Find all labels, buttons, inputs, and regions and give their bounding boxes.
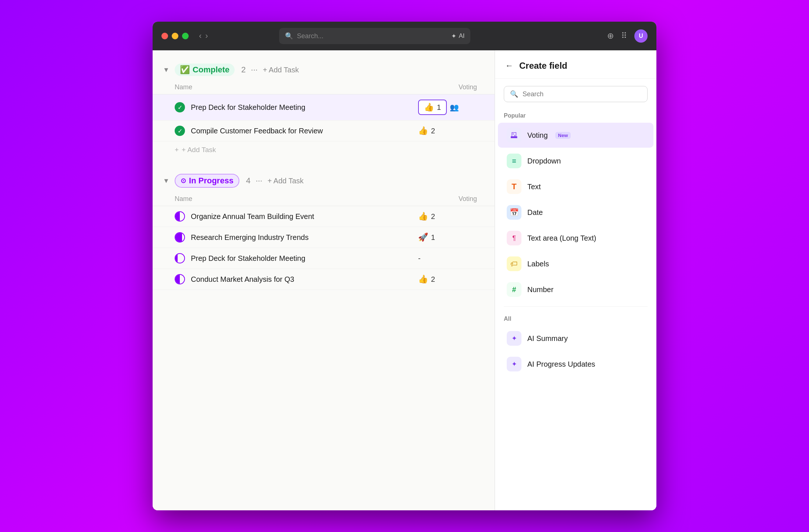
- ai-summary-icon: ✦: [507, 331, 521, 346]
- task-name: Prep Deck for Stakeholder Meeting: [191, 254, 418, 263]
- labels-label: Labels: [527, 260, 549, 268]
- popular-section-label: Popular: [495, 108, 656, 122]
- task-voting: 🚀 1: [418, 233, 484, 242]
- in-progress-task-icon: [175, 253, 185, 263]
- add-icon[interactable]: ⊕: [607, 31, 614, 41]
- table-row[interactable]: Research Emerging Industry Trends 🚀 1: [153, 227, 495, 248]
- create-field-panel: ← Create field 🔍 Popular 🗳 Voting New ≡ …: [495, 50, 656, 510]
- field-list: Popular 🗳 Voting New ≡ Dropdown T Text 📅: [495, 108, 656, 510]
- voting-number: 2: [431, 275, 435, 284]
- field-item-text[interactable]: T Text: [498, 174, 653, 199]
- field-item-number[interactable]: # Number: [498, 277, 653, 302]
- complete-check-icon: ✅: [180, 65, 190, 75]
- back-button[interactable]: ←: [505, 61, 513, 71]
- add-task-row[interactable]: + + Add Task: [153, 141, 495, 158]
- task-voting: 👍 2: [418, 126, 484, 136]
- titlebar-right: ⊕ ⠿ U: [607, 29, 648, 43]
- task-panel: ▼ ✅ Complete 2 ··· + Add Task Name Votin…: [153, 50, 495, 510]
- forward-arrow[interactable]: ›: [205, 31, 208, 41]
- complete-label: Complete: [193, 65, 229, 75]
- field-item-labels[interactable]: 🏷 Labels: [498, 251, 653, 276]
- in-progress-section: ▼ ⊙ In Progress 4 ··· + Add Task Name Vo…: [153, 169, 495, 290]
- voting-number: 2: [431, 212, 435, 221]
- search-input[interactable]: [523, 90, 641, 98]
- table-row[interactable]: Organize Annual Team Building Event 👍 2: [153, 206, 495, 227]
- complete-col-voting: Voting: [418, 83, 484, 91]
- minimize-button[interactable]: [172, 33, 178, 39]
- in-progress-add-task-button[interactable]: + Add Task: [267, 177, 303, 185]
- task-voting: 👍 2: [418, 274, 484, 284]
- complete-more-button[interactable]: ···: [251, 65, 257, 75]
- complete-add-task-button[interactable]: + Add Task: [263, 66, 299, 74]
- table-row[interactable]: Conduct Market Analysis for Q3 👍 2: [153, 269, 495, 290]
- address-bar[interactable]: 🔍 Search... ✦ AI: [279, 28, 470, 44]
- divider: [504, 306, 648, 307]
- voting-emoji: 👍: [424, 103, 434, 112]
- search-box[interactable]: 🔍: [504, 86, 648, 102]
- voting-number: 2: [431, 127, 435, 135]
- in-progress-task-icon: [175, 274, 185, 284]
- complete-section: ▼ ✅ Complete 2 ··· + Add Task Name Votin…: [153, 59, 495, 158]
- in-progress-status-badge: ⊙ In Progress: [175, 174, 239, 188]
- in-progress-label: In Progress: [189, 176, 234, 186]
- voting-emoji: 👍: [418, 126, 428, 136]
- voting-number: 1: [437, 103, 441, 112]
- grid-icon[interactable]: ⠿: [621, 31, 627, 41]
- close-button[interactable]: [161, 33, 168, 39]
- dropdown-label: Dropdown: [527, 157, 561, 165]
- field-item-voting[interactable]: 🗳 Voting New: [498, 123, 653, 148]
- labels-icon: 🏷: [507, 256, 521, 271]
- in-progress-more-button[interactable]: ···: [256, 176, 262, 186]
- panel-title: Create field: [519, 61, 567, 71]
- titlebar: ‹ › 🔍 Search... ✦ AI ⊕ ⠿ U: [153, 22, 656, 50]
- complete-task-icon: ✓: [175, 126, 185, 136]
- browser-window: ‹ › 🔍 Search... ✦ AI ⊕ ⠿ U ▼ ✅: [153, 22, 656, 510]
- number-label: Number: [527, 285, 553, 294]
- complete-col-name: Name: [175, 83, 418, 91]
- field-item-ai-summary[interactable]: ✦ AI Summary: [498, 326, 653, 351]
- avatar[interactable]: U: [634, 29, 648, 43]
- complete-column-headers: Name Voting: [153, 80, 495, 94]
- nav-arrows: ‹ ›: [199, 31, 208, 41]
- search-icon: 🔍: [510, 90, 518, 98]
- search-icon: 🔍: [285, 32, 293, 40]
- voting-cell[interactable]: 👍 1: [418, 100, 447, 115]
- task-voting: 👍 1 👥: [418, 100, 484, 115]
- in-progress-section-header[interactable]: ▼ ⊙ In Progress 4 ··· + Add Task: [153, 169, 495, 192]
- ai-progress-label: AI Progress Updates: [527, 360, 595, 369]
- in-progress-task-icon: [175, 232, 185, 242]
- field-item-date[interactable]: 📅 Date: [498, 200, 653, 225]
- textarea-label: Text area (Long Text): [527, 234, 596, 242]
- voting-icon: 🗳: [507, 128, 521, 143]
- text-label: Text: [527, 183, 541, 191]
- table-row[interactable]: Prep Deck for Stakeholder Meeting -: [153, 248, 495, 269]
- add-icon: +: [175, 146, 179, 154]
- in-progress-count: 4: [246, 176, 250, 186]
- date-icon: 📅: [507, 205, 521, 220]
- task-name: Prep Deck for Stakeholder Meeting: [191, 103, 418, 112]
- voting-emoji: 👍: [418, 274, 428, 284]
- complete-section-header[interactable]: ▼ ✅ Complete 2 ··· + Add Task: [153, 59, 495, 80]
- table-row[interactable]: ✓ Compile Customer Feedback for Review 👍…: [153, 121, 495, 141]
- in-progress-task-icon: [175, 211, 185, 222]
- textarea-icon: ¶: [507, 231, 521, 245]
- field-item-dropdown[interactable]: ≡ Dropdown: [498, 148, 653, 173]
- voting-emoji: 🚀: [418, 233, 428, 242]
- ai-progress-icon: ✦: [507, 357, 521, 371]
- task-voting: -: [418, 254, 484, 263]
- all-section-label: All: [495, 311, 656, 325]
- complete-status-badge: ✅ Complete: [175, 64, 235, 76]
- new-badge: New: [555, 132, 571, 139]
- task-name: Organize Annual Team Building Event: [191, 212, 418, 221]
- maximize-button[interactable]: [182, 33, 189, 39]
- main-area: ▼ ✅ Complete 2 ··· + Add Task Name Votin…: [153, 50, 656, 510]
- task-voting: 👍 2: [418, 212, 484, 221]
- field-item-ai-progress[interactable]: ✦ AI Progress Updates: [498, 352, 653, 377]
- table-row[interactable]: ✓ Prep Deck for Stakeholder Meeting 👍 1 …: [153, 94, 495, 121]
- field-item-textarea[interactable]: ¶ Text area (Long Text): [498, 226, 653, 251]
- number-icon: #: [507, 282, 521, 297]
- text-icon: T: [507, 179, 521, 194]
- ai-summary-label: AI Summary: [527, 334, 568, 343]
- back-arrow[interactable]: ‹: [199, 31, 202, 41]
- dropdown-icon: ≡: [507, 154, 521, 168]
